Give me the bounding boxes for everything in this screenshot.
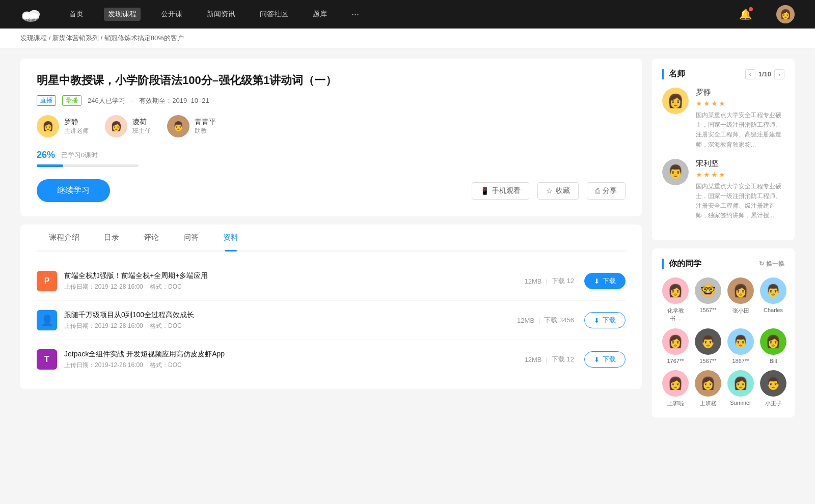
user-avatar[interactable]: 👩 [776,5,795,23]
classmate-3-name: 张小田 [732,307,749,315]
sidebar-teacher-2: 👨 宋利坚 ★★★★ 国内某重点大学安全工程专业硕士，国家一级注册消防工程师、注… [662,159,784,221]
download-icon-3: ⬇ [594,356,600,363]
classmate-5-name: 1767** [667,358,684,364]
resource-stats-2: 12MB | 下载 3456 [517,316,574,325]
classmate-10[interactable]: 👩 上班楼 [695,370,721,407]
classmate-5-avatar: 👩 [662,328,689,355]
classmate-11-name: Summer [730,400,751,406]
tab-resources[interactable]: 资料 [211,225,251,250]
classmate-8[interactable]: 👩 Bill [760,328,786,364]
continue-button[interactable]: 继续学习 [37,179,110,202]
nav-discover[interactable]: 发现课程 [104,8,141,21]
sidebar-teacher-1-stars: ★★★★ [696,99,784,107]
classmate-6[interactable]: 👨 1567** [695,328,721,364]
classmate-12-avatar: 👨 [760,370,786,397]
teacher-1-name: 罗静 [64,118,89,127]
classmate-2[interactable]: 🤓 1567** [695,277,721,322]
refresh-icon: ↻ [759,260,764,267]
breadcrumb: 发现课程 / 新媒体营销系列 / 销冠修炼术搞定80%的客户 [0,29,815,48]
sidebar-teacher-2-desc: 国内某重点大学安全工程专业硕士，国家一级注册消防工程师、注册安全工程师、级注册建… [696,182,784,221]
classmate-11[interactable]: 👩 Summer [727,370,754,407]
teacher-2-avatar: 👩 [105,115,127,137]
sidebar-teacher-2-avatar: 👨 [662,159,689,185]
progress-bar-bg [37,164,139,167]
nav-quiz[interactable]: 题库 [309,8,331,21]
breadcrumb-discover[interactable]: 发现课程 [20,34,47,42]
classmate-9[interactable]: 👩 上班啦 [662,370,689,407]
content-right: 名师 ‹ 1/10 › 👩 罗静 ★★★★ 国内某重点大学安全工程专业硕士， [652,59,795,426]
classmate-12-name: 小王子 [765,400,782,407]
teacher-1: 👩 罗静 主讲老师 [37,115,89,137]
sidebar-teacher-2-stars: ★★★★ [696,171,784,179]
download-button-1[interactable]: ⬇ 下载 [584,273,626,289]
resource-info-1: 前端全栈加强版！前端全栈+全周期+多端应用 上传日期：2019-12-28 16… [64,271,525,291]
nav-open[interactable]: 公开课 [157,8,186,21]
teacher-3-name: 青青平 [195,118,216,127]
classmate-7[interactable]: 👨 1867** [727,328,754,364]
tab-qa[interactable]: 问答 [171,225,211,250]
classmate-9-name: 上班啦 [667,400,684,407]
classmate-1[interactable]: 👩 化学教书… [662,277,689,322]
classmate-9-avatar: 👩 [662,370,689,397]
download-button-2[interactable]: ⬇ 下载 [584,312,626,328]
resource-meta-3: 上传日期：2019-12-28 16:00 格式：DOC [64,361,525,370]
classmate-10-name: 上班楼 [700,400,717,407]
mobile-icon: 📱 [480,187,489,195]
tab-catalog[interactable]: 目录 [92,225,131,250]
breadcrumb-series[interactable]: 新媒体营销系列 [52,34,99,42]
nav-news[interactable]: 新闻资讯 [203,8,239,21]
tab-review[interactable]: 评论 [131,225,171,250]
resource-icon-2: 👤 [37,310,57,330]
share-button[interactable]: ⎙ 分享 [587,182,626,200]
classmate-6-name: 1567** [699,358,716,364]
svg-point-2 [29,10,40,18]
download-button-3[interactable]: ⬇ 下载 [584,351,626,368]
badge-live: 直播 [37,95,56,106]
tabs-header: 课程介绍 目录 评论 问答 资料 [37,225,626,251]
sidebar-teacher-1-avatar: 👩 [662,88,689,114]
course-meta: 直播 录播 246人已学习 · 有效期至：2019–10–21 [37,95,626,106]
notification-bell[interactable]: 🔔 [739,8,752,20]
classmate-2-avatar: 🤓 [695,277,721,304]
resource-item-3: T Jetpack全组件实战 开发短视频应用高仿皮皮虾App 上传日期：2019… [37,340,626,379]
teachers-next-btn[interactable]: › [774,69,784,79]
nav-qa[interactable]: 问答社区 [256,8,292,21]
teacher-2-role: 班主任 [132,127,151,135]
logo[interactable]: yunduoketang.com [20,6,41,22]
classmates-header: 你的同学 ↻ 换一换 [662,259,784,269]
classmate-11-avatar: 👩 [727,370,754,397]
download-icon-1: ⬇ [594,277,600,285]
sidebar-teacher-1-desc: 国内某重点大学安全工程专业硕士，国家一级注册消防工程师、注册安全工程师、高级注册… [696,110,784,150]
classmate-3[interactable]: 👩 张小田 [727,277,754,322]
teacher-1-role: 主讲老师 [64,127,89,135]
classmate-12[interactable]: 👨 小王子 [760,370,786,407]
classmate-1-avatar: 👩 [662,277,689,304]
badge-record: 录播 [62,95,82,106]
classmate-1-name: 化学教书… [662,307,689,322]
classmate-5[interactable]: 👩 1767** [662,328,689,364]
tabs-card: 课程介绍 目录 评论 问答 资料 P 前端全栈加强版！前端全栈+全周期+多端应用… [20,225,642,389]
nav-more[interactable]: ··· [347,7,363,22]
classmate-4[interactable]: 👨 Charles [760,277,786,322]
teachers-pagination: ‹ 1/10 › [745,69,784,79]
classmates-refresh-btn[interactable]: ↻ 换一换 [759,260,784,268]
sidebar-teacher-2-name: 宋利坚 [696,159,784,169]
classmates-title-text: 你的同学 [669,259,701,269]
progress-percent: 26% [37,150,55,160]
teacher-3: 👨 青青平 助教 [167,115,216,137]
resource-item-2: 👤 跟随千万级项目从0到100全过程高效成长 上传日期：2019-12-28 1… [37,301,626,340]
collect-button[interactable]: ☆ 收藏 [537,182,579,200]
resource-item-1: P 前端全栈加强版！前端全栈+全周期+多端应用 上传日期：2019-12-28 … [37,262,626,301]
resource-meta-2: 上传日期：2019-12-28 16:00 格式：DOC [64,322,517,330]
resource-icon-3: T [37,349,57,370]
nav-home[interactable]: 首页 [65,8,88,21]
classmate-10-avatar: 👩 [695,370,721,397]
tab-intro[interactable]: 课程介绍 [37,225,92,250]
mobile-watch-button[interactable]: 📱 手机观看 [472,182,529,200]
share-icon: ⎙ [595,187,600,195]
teacher-3-avatar: 👨 [167,115,189,137]
teacher-1-avatar: 👩 [37,115,59,137]
teachers-sidebar-header: 名师 ‹ 1/10 › [662,69,784,79]
teachers-prev-btn[interactable]: ‹ [745,69,755,79]
classmates-sidebar: 你的同学 ↻ 换一换 👩 化学教书… 🤓 1567** [652,248,795,417]
